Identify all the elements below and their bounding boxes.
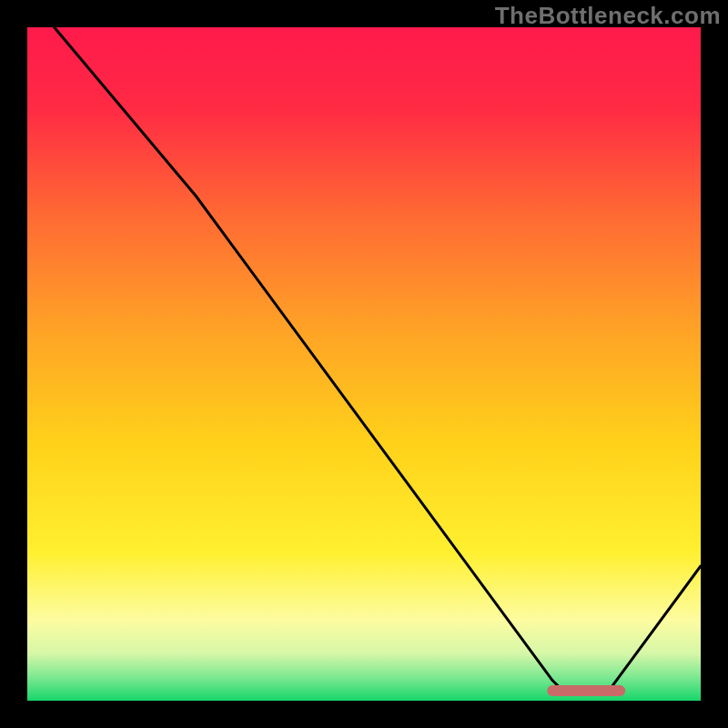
plot-area (27, 27, 701, 701)
gradient-background (27, 27, 701, 701)
watermark-text: TheBottleneck.com (495, 2, 721, 30)
chart-svg (27, 27, 701, 701)
chart-canvas: TheBottleneck.com (0, 0, 728, 728)
